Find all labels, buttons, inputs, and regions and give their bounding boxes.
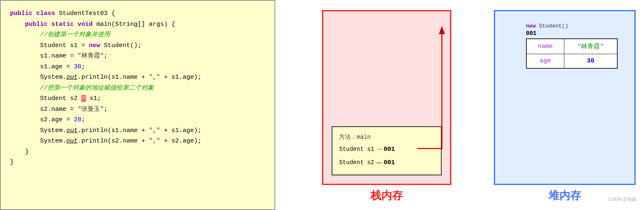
code-line-12: System.out.println(s1.name + "," + s1.ag… [10,125,265,136]
heap-outer-box: new Student() 001 name "林青霞" age 30 [494,10,636,185]
code-line-13: System.out.println(s2.name + "," + s2.ag… [10,136,265,147]
heap-object-box: new Student() 001 name "林青霞" age 30 [526,23,626,69]
heap-age-field: age [526,54,564,69]
stack-s2-row: Student s2 — 001 [339,156,434,170]
stack-s1-label: Student s1 [339,144,374,155]
heap-table-row-age: age 30 [526,54,617,69]
stack-inner-box: 方法：main Student s1 → 001 Student s2 — 00… [332,126,442,175]
code-line-3: //创建第一个对象并使用 [10,30,265,40]
code-line-7: System.out.println(s1.name + "," + s1.ag… [10,72,265,83]
code-line-2: public static void main(String[] args) { [10,19,265,30]
heap-name-field: name [526,39,564,54]
code-line-8: //把第一个对象的地址赋值给第二个对象 [10,83,265,94]
heap-table: name "林青霞" age 30 [526,38,618,69]
heap-label: 堆内存 [548,188,581,203]
code-line-5: s1.name = "林青霞"; [10,51,265,62]
stack-label: 栈内存 [370,188,403,203]
stack-outer-box: 方法：main Student s1 → 001 Student s2 — 00… [322,10,451,185]
heap-area: new Student() 001 name "林青霞" age 30 堆内存 … [490,6,640,204]
stack-s1-addr: 001 [384,144,395,155]
heap-addr: 001 [526,30,626,37]
arrow-s2: — [377,156,381,170]
code-line-4: Student s1 = new Student(); [10,40,265,51]
code-line-14: } [10,147,265,158]
stack-s2-label: Student s2 [339,158,374,168]
heap-table-row-name: name "林青霞" [526,39,617,54]
stack-area: 方法：main Student s1 → 001 Student s2 — 00… [288,6,486,204]
watermark: CSDN 定制版 [609,196,636,202]
code-line-15: } [10,157,265,168]
heap-age-value: 30 [564,54,617,69]
arrow-s1: → [377,142,381,156]
code-line-1: public class StudentTest03 { [10,8,265,19]
heap-name-value: "林青霞" [564,39,617,54]
code-line-11: s2.age = 28; [10,115,265,125]
stack-s1-row: Student s1 → 001 [339,142,434,156]
stack-s2-addr: 001 [384,157,395,168]
code-line-6: s1.age = 30; [10,62,265,72]
code-line-10: s2.name = "张曼玉"; [10,104,265,115]
code-line-9: Student s2 = s1; [10,93,265,104]
code-panel: public class StudentTest03 { public stat… [0,0,275,210]
diagram-panel: 方法：main Student s1 → 001 Student s2 — 00… [275,0,644,210]
stack-method-label: 方法：main [339,132,434,142]
heap-new-label: new Student() [526,23,626,29]
